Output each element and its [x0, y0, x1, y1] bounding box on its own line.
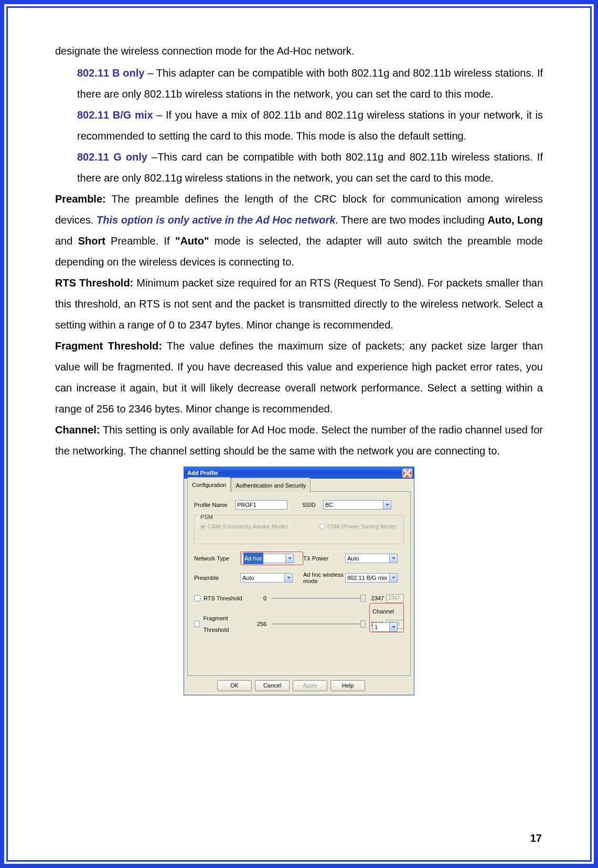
chevron-down-icon: [389, 574, 397, 582]
document-body: designate the wireless connection mode f…: [55, 40, 543, 695]
preamble-field-label: Preamble: [194, 572, 240, 584]
rts-paragraph: RTS Threshold: Minimum packet size requi…: [55, 272, 543, 335]
channel-field-label: Channel: [372, 608, 394, 615]
rts-slider[interactable]: [272, 598, 363, 599]
mode-g-body: –This card can be compatible with both 8…: [77, 151, 543, 184]
mode-g-only: 802.11 G only –This card can be compatib…: [77, 146, 543, 188]
dialog-footer: OK Cancel Apply Help: [184, 676, 414, 695]
adhoc-mode-label: Ad hoc wireless mode: [303, 571, 345, 584]
mode-b-only: 802.11 B only – This adapter can be comp…: [77, 62, 543, 104]
help-button[interactable]: Help: [330, 680, 365, 691]
psm-fieldset: PSM CAM (Constantly Awake Mode) PSM (Pow…: [194, 515, 404, 544]
rts-min: 0: [252, 592, 266, 604]
tx-power-combo[interactable]: Auto: [345, 554, 398, 563]
fragment-slider[interactable]: [272, 623, 363, 624]
psm-psm-radio[interactable]: PSM (Power Saving Mode): [319, 521, 397, 532]
radio-checked-icon: [200, 524, 206, 530]
ssid-label: SSID: [302, 499, 323, 511]
profile-name-label: Profile Name: [194, 499, 235, 511]
chevron-down-icon: [389, 623, 397, 631]
page-number: 17: [530, 832, 542, 844]
tab-panel-configuration: Profile Name SSID BC PSM: [187, 491, 411, 676]
chevron-down-icon: [383, 501, 391, 509]
cancel-button[interactable]: Cancel: [255, 680, 290, 691]
mode-bg-heading: 802.11 B/G mix: [77, 109, 153, 121]
page-mid-frame: designate the wireless connection mode f…: [4, 4, 594, 864]
channel-paragraph: Channel: This setting is only available …: [55, 419, 543, 461]
channel-value: 1: [375, 621, 378, 633]
chevron-down-icon: [284, 574, 292, 582]
network-type-label: Network Type: [194, 553, 240, 564]
close-icon[interactable]: [402, 469, 412, 478]
rts-field-label: RTS Threshold: [204, 592, 242, 604]
preamble-label: Preamble:: [55, 193, 106, 205]
preamble-emphasis: This option is only active in the Ad Hoc…: [97, 214, 335, 226]
slider-thumb-icon[interactable]: [360, 595, 366, 602]
slider-thumb-icon[interactable]: [360, 620, 366, 628]
fragment-label: Fragment Threshold:: [55, 340, 162, 352]
preamble-paragraph: Preamble: The preamble defines the lengt…: [55, 188, 543, 272]
rts-value-box: 2347: [386, 594, 404, 603]
rts-threshold-row: RTS Threshold 0 2347 2347: [194, 592, 404, 604]
network-type-value: Ad hoc: [243, 553, 263, 564]
preamble-combo[interactable]: Auto: [240, 573, 293, 583]
mode-g-heading: 802.11 G only: [77, 151, 147, 163]
mode-b-body: – This adapter can be compatible with bo…: [77, 67, 543, 100]
tab-configuration[interactable]: Configuration: [187, 477, 231, 492]
ssid-value: BC: [325, 499, 333, 511]
rts-max: 2347: [368, 592, 384, 604]
tx-power-value: Auto: [347, 553, 359, 564]
fragment-min: 256: [252, 618, 266, 630]
mode-bg-mix: 802.11 B/G mix – If you have a mix of 80…: [77, 104, 543, 146]
intro-line: designate the wireless connection mode f…: [55, 40, 543, 61]
adhoc-mode-value: 802.11 B/G mix: [347, 572, 387, 584]
rts-checkbox[interactable]: [194, 595, 200, 601]
chevron-down-icon: [389, 554, 397, 563]
channel-label: Channel:: [55, 424, 100, 436]
preamble-value: Auto: [242, 572, 254, 584]
ssid-combo[interactable]: BC: [323, 500, 391, 510]
rts-label: RTS Threshold:: [55, 277, 133, 289]
channel-box: Channel 1: [369, 603, 404, 632]
page-outer-frame: designate the wireless connection mode f…: [0, 0, 598, 868]
adhoc-mode-combo[interactable]: 802.11 B/G mix: [345, 573, 398, 583]
radio-unchecked-icon: [319, 524, 325, 530]
fragment-paragraph: Fragment Threshold: The value defines th…: [55, 335, 543, 419]
channel-body: This setting is only available for Ad Ho…: [55, 424, 543, 457]
page-inner-frame: designate the wireless connection mode f…: [6, 6, 592, 862]
apply-button[interactable]: Apply: [293, 680, 327, 691]
tab-authentication[interactable]: Authentication and Security: [231, 478, 311, 492]
profile-name-input[interactable]: [235, 500, 287, 510]
fragment-checkbox[interactable]: [194, 621, 200, 627]
network-type-combo[interactable]: Ad hoc: [241, 554, 294, 563]
mode-b-heading: 802.11 B only: [77, 67, 144, 79]
ok-button[interactable]: OK: [217, 680, 252, 691]
chevron-down-icon: [285, 554, 293, 563]
tx-power-label: TX Power: [303, 553, 345, 564]
psm-legend: PSM: [199, 511, 215, 523]
tab-strip: Configuration Authentication and Securit…: [187, 481, 411, 492]
add-profile-dialog: Add Profile Configuration Authentication…: [184, 467, 414, 695]
channel-combo[interactable]: 1: [372, 622, 398, 632]
fragment-field-label: Fragment Threshold: [203, 612, 252, 636]
